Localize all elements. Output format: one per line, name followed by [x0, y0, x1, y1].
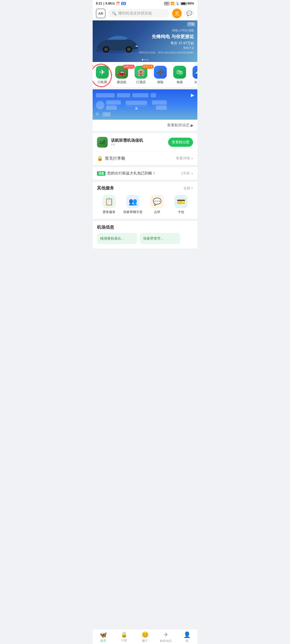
ticket-icon: 📋	[105, 197, 113, 206]
train-icon-wrap: 🚄	[193, 66, 197, 79]
flight-status-card: 查看航班动态 ▶	[93, 120, 197, 131]
quick-item-flight[interactable]: ✈ 订机票	[93, 66, 112, 85]
svg-point-4	[127, 47, 131, 51]
all-arrow: >	[191, 186, 193, 190]
flight-codes	[106, 100, 121, 110]
status-right: HD 📶 📡 88%	[164, 2, 194, 5]
status-separator: |	[103, 2, 104, 5]
hotel-icon-wrap: 🏨 延误可退	[135, 66, 147, 79]
dot-1	[142, 59, 143, 60]
review-icon: 💬	[153, 197, 161, 206]
status-speed: 5.6K/s	[105, 2, 115, 5]
quick-access-bar: ✈ 订机票 🚗 优惠10元 接送机 🏨 延误可退 订酒店 ➕ 保险 🛍 免税 🚄	[93, 62, 197, 87]
hotel-icon: 🏨	[137, 68, 145, 76]
status-time: 9:21	[96, 2, 102, 5]
quick-item-dutyfree[interactable]: 🛍 免税	[170, 66, 189, 85]
ar-label: AR	[98, 12, 103, 16]
car-image	[94, 34, 141, 56]
flight-times	[152, 100, 167, 110]
review-icon-wrap: 💬	[150, 195, 164, 208]
ticket-label: 票务服务	[103, 210, 115, 214]
airline-logo	[96, 101, 104, 109]
chat-icon: 💬	[186, 10, 192, 16]
view-status-text: 查看航班动态	[167, 123, 190, 128]
service-item-ticket[interactable]: 📋 票务服务	[97, 195, 121, 214]
luggage-label: 暂无行李额	[105, 156, 125, 161]
ticket-icon-wrap: 📋	[102, 195, 116, 208]
checkin-text: 该航班需机场值机 YY	[111, 138, 165, 147]
signal-icon: 📶	[171, 2, 175, 5]
svg-rect-5	[136, 46, 138, 47]
luggage-left: 🔒 暂无行李额	[97, 155, 125, 161]
alarm-icon: ⏰	[116, 2, 120, 5]
blurred-code-1	[106, 100, 121, 105]
search-input-wrap[interactable]: 🔍 哪些机场支持易安检	[108, 9, 169, 18]
luggage-icon: 🔒	[97, 155, 103, 161]
status-bar: 9:21 | 5.6K/s ⏰ 13 HD 📶 📡 88%	[93, 0, 197, 6]
flight-icon: ✈	[99, 68, 105, 76]
blurred-block-2	[117, 93, 130, 97]
view-seats-button[interactable]: 查看舱位图	[168, 138, 193, 147]
flight-route	[122, 101, 150, 109]
svg-point-2	[104, 47, 108, 51]
airport-section: 机场信息 桃洲黄粉港出... 张家界荣芳...	[93, 221, 197, 248]
hd-badge: HD	[164, 2, 169, 5]
banner-subtitle: 即刻下定	[139, 46, 194, 50]
quick-item-train[interactable]: 🚄 火车票	[189, 66, 197, 85]
flight-header: ▶	[96, 93, 194, 98]
battery-percent: 88%	[188, 2, 194, 5]
view-flight-status[interactable]: 查看航班动态 ▶	[167, 123, 194, 128]
msg-right: 2天前 >	[181, 171, 193, 176]
ar-button[interactable]: AR	[96, 9, 106, 18]
flight-details-blurred	[96, 100, 167, 110]
plane-dot	[135, 107, 137, 109]
search-icon: 🔍	[112, 11, 117, 16]
flight-arrow[interactable]: ▶	[191, 93, 194, 98]
review-label: 点评	[154, 210, 160, 214]
banner-title: 先锋纯电 与你更接近	[139, 34, 194, 40]
dot-3	[147, 59, 148, 60]
luggage-arrow: >	[191, 156, 193, 160]
train-label: 火车票	[194, 80, 197, 85]
quick-item-airport[interactable]: 🚗 优惠10元 接送机	[112, 66, 131, 85]
train-icon: 🚄	[195, 68, 197, 76]
airport-card-2[interactable]: 张家界荣芳...	[140, 233, 180, 244]
message-row[interactable]: 消息 您的出行权益大礼包已到账！ 2天前 >	[93, 167, 197, 180]
service-item-review[interactable]: 💬 点评	[145, 195, 169, 214]
quick-item-insurance[interactable]: ➕ 保险	[151, 66, 170, 85]
blurred-footer-label: 枋	[96, 112, 99, 116]
search-bar: AR 🔍 哪些机场支持易安检 兑 💬	[93, 6, 197, 20]
blurred-block-3	[132, 93, 148, 97]
airport-card-1[interactable]: 桃洲黄粉港出...	[97, 233, 137, 244]
blurred-code-2	[106, 105, 117, 110]
dutyfree-icon-wrap: 🛍	[173, 66, 186, 79]
flight-label: 订机票	[97, 80, 107, 85]
flight-footer-blurred: 枋	[96, 112, 194, 116]
hotel-label: 订酒店	[136, 80, 146, 85]
luggage-link-text: 查看详情	[176, 156, 190, 161]
airport-icon: 🚗	[118, 68, 126, 76]
blurred-block-4	[151, 93, 156, 97]
chat-label: 张家界聊天室	[123, 210, 143, 214]
message-button[interactable]: 💬	[184, 9, 194, 18]
quick-item-hotel[interactable]: 🏨 延误可退 订酒店	[131, 66, 151, 85]
blurred-time-1	[152, 100, 167, 105]
banner-text: 纯电 LYRIQ 锐歌 先锋纯电 与你更接近 售价 37.97万起 即刻下定 限…	[139, 28, 194, 54]
banner-ad[interactable]: 广告 纯电 LYRIQ 锐歌 先锋纯电 与你更接近 售价 37.97万起 即刻下…	[93, 20, 197, 62]
msg-arrow: >	[191, 171, 193, 175]
points-button[interactable]: 兑	[172, 9, 182, 18]
service-item-chat[interactable]: 👥 张家界聊天室	[121, 195, 145, 214]
flight-icon-wrap: ✈	[96, 66, 109, 79]
luggage-right[interactable]: 查看详情 >	[176, 156, 193, 161]
airport-cards: 桃洲黄粉港出... 张家界荣芳...	[93, 233, 197, 248]
view-status-arrow: ▶	[191, 123, 194, 127]
wallet-label: 卡包	[178, 210, 184, 214]
luggage-row: 🔒 暂无行李额 查看详情 >	[93, 152, 197, 165]
other-services-title: 其他服务	[97, 185, 114, 191]
airport-icon-wrap: 🚗 优惠10元	[115, 66, 128, 79]
route-line	[126, 106, 147, 106]
service-item-wallet[interactable]: 💳 卡包	[169, 195, 193, 214]
wifi-icon: 📡	[176, 2, 180, 5]
other-services-header: 其他服务 全部 >	[93, 182, 197, 194]
view-all-services[interactable]: 全部 >	[183, 186, 193, 191]
